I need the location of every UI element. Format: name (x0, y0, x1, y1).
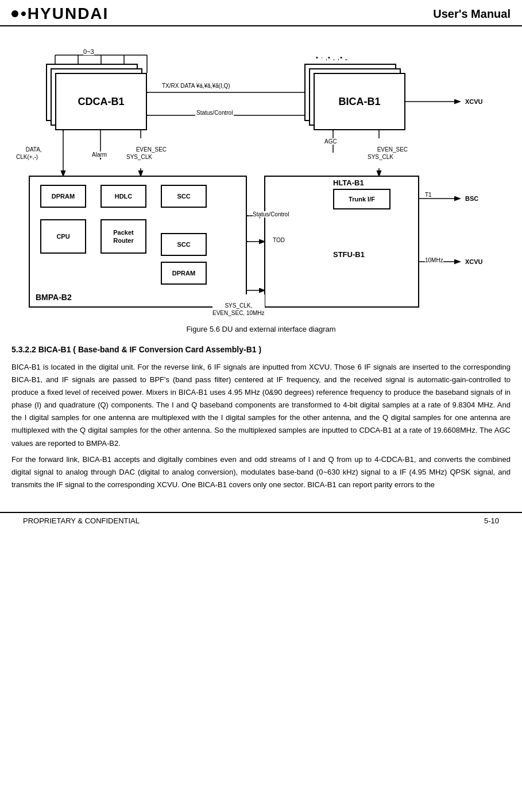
diagram: 0~3 • · ,• , ,• „ CDCA-B1 BICA-B1 TX/RX … (11, 38, 511, 319)
body-paragraph-1: BICA-B1 is located in the digital unit. … (11, 361, 511, 450)
data-clk-label: DATA, CLK(+,-) (16, 138, 42, 168)
figure-caption: Figure 5.6 DU and external interface dia… (11, 325, 511, 333)
label-0-3: 0~3 (83, 48, 94, 55)
main-content: 0~3 • · ,• , ,• „ CDCA-B1 BICA-B1 TX/RX … (0, 26, 522, 500)
stfu-label: STFU-B1 (333, 250, 365, 259)
cpu-box: CPU (40, 219, 86, 254)
trunk-if-box: Trunk I/F (333, 189, 390, 209)
hdlc-box: HDLC (100, 185, 146, 208)
agc-label: AGC (324, 138, 337, 145)
label-dots: • · ,• , ,• „ (316, 54, 348, 61)
even-sec-right: EVEN_SEC SYS_CLK (368, 138, 408, 168)
page-title: User's Manual (433, 7, 511, 21)
cdca-b1-box: CDCA-B1 (55, 73, 147, 130)
scc-top-box: SCC (161, 185, 207, 208)
sys-clk-label: SYS_CLK, EVEN_SEC, 10MHz (212, 294, 265, 317)
bsc-label: BSC (465, 195, 478, 202)
hlta-label: HLTA-B1 (333, 178, 364, 187)
bmpa-label: BMPA-B2 (36, 293, 72, 302)
dpram-bot-box: DPRAM (161, 262, 207, 285)
bica-b1-box: BICA-B1 (314, 73, 405, 130)
xcvu-top: XCVU (465, 98, 483, 105)
dpram-top-box: DPRAM (40, 185, 86, 208)
xcvu-bot: XCVU (465, 258, 483, 265)
logo: •HYUNDAI (11, 5, 109, 23)
scc-bot-box: SCC (161, 233, 207, 256)
t1-label: T1 (425, 192, 432, 198)
logo-dot-icon (11, 10, 18, 17)
page-header: •HYUNDAI User's Manual (0, 0, 522, 26)
10mhz-label: 10MHz (425, 257, 443, 263)
cdca-label: CDCA-B1 (78, 96, 125, 108)
footer-right: 5-10 (484, 516, 499, 525)
alarm-label: Alarm (92, 151, 107, 158)
even-sec-left: EVEN_SEC SYS_CLK (126, 138, 167, 168)
section-heading: 5.3.2.2 BICA-B1 ( Base-band & IF Convers… (11, 345, 511, 354)
body-paragraph-2: For the forward link, BICA-B1 accepts an… (11, 453, 511, 491)
status-control-bot: Status/Control (253, 211, 289, 217)
tx-rx-label: TX/RX DATA ¥á,¥â,¥ã(I,Q) (161, 83, 231, 89)
status-control-top: Status/Control (195, 110, 234, 116)
bica-label: BICA-B1 (338, 96, 380, 108)
footer-left: PROPRIETARY & CONFIDENTIAL (23, 516, 140, 525)
packet-router-box: Packet Router (100, 219, 146, 254)
tod-label: TOD (273, 237, 285, 243)
logo-text: •HYUNDAI (21, 5, 109, 23)
page-footer: PROPRIETARY & CONFIDENTIAL 5-10 (0, 512, 522, 529)
